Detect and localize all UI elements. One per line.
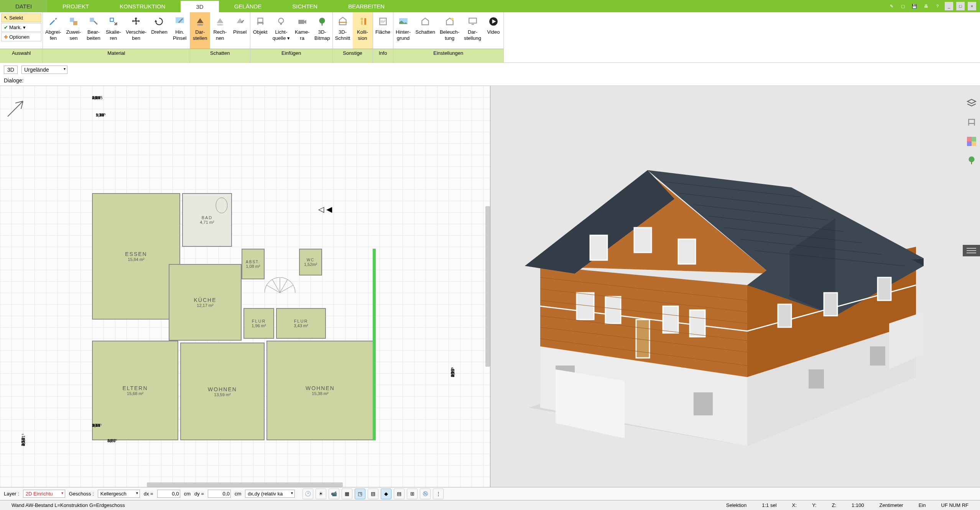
room-essen[interactable]: ESSEN15,84 m² <box>92 193 180 320</box>
dy-label: dy = <box>194 491 204 497</box>
dy-input[interactable] <box>208 490 231 498</box>
status-scale: 1:100 <box>844 502 872 508</box>
coord-mode-dropdown[interactable]: dx,dy (relativ ka <box>245 490 295 498</box>
scrollbar-horizontal[interactable] <box>147 482 343 487</box>
abgreifen-button[interactable]: Abgrei-fen <box>43 12 64 49</box>
clock-icon[interactable]: 🕐 <box>303 489 313 499</box>
svg-rect-61 <box>824 293 837 316</box>
hintergrund-button[interactable]: Hinter-grund <box>393 12 413 49</box>
grid-icon[interactable]: ⊞ <box>407 489 418 499</box>
scrollbar-vertical[interactable] <box>485 206 490 367</box>
optionen-button[interactable]: ✚Optionen <box>1 33 41 41</box>
darstellen-button[interactable]: Dar-stellen <box>190 12 210 49</box>
calculate-icon <box>214 15 226 28</box>
room-wohnen1[interactable]: WOHNEN13,59 m² <box>180 343 265 440</box>
menu-sichten[interactable]: SICHTEN <box>277 0 333 12</box>
menu-gelaende[interactable]: GELÄNDE <box>219 0 277 12</box>
wireframe-icon[interactable]: ◳ <box>355 489 365 499</box>
video-button[interactable]: Video <box>483 12 503 49</box>
kollision-button[interactable]: Kolli-sion <box>353 12 373 49</box>
objekt-button[interactable]: Objekt <box>250 12 270 49</box>
flaeche-button[interactable]: m²Fläche <box>373 12 393 49</box>
context-bar: 3D Urgelände Dialoge: <box>0 63 980 86</box>
eyedropper-icon <box>47 15 59 28</box>
drehen-button[interactable]: Drehen <box>149 12 170 49</box>
darstellung-button[interactable]: Dar-stellung <box>462 12 483 49</box>
tree-tool-icon[interactable] <box>966 155 977 166</box>
furniture-tool-icon[interactable] <box>966 116 977 128</box>
menu-datei[interactable]: DATEI <box>0 0 47 12</box>
stairs-icon <box>265 277 299 308</box>
group-einstellungen: Einstellungen <box>393 49 503 62</box>
room-kueche[interactable]: KÜCHE12,17 m² <box>169 264 242 341</box>
hidden-line-icon[interactable]: ▨ <box>368 489 378 499</box>
north-icon[interactable]: Ⓝ <box>420 489 431 499</box>
group-schatten: Schatten <box>190 49 250 62</box>
edit-material-icon <box>87 15 100 28</box>
svg-rect-1 <box>73 21 77 25</box>
room-wc[interactable]: WC1,52m² <box>299 249 322 275</box>
menu-3d[interactable]: 3D <box>181 0 219 12</box>
svg-rect-75 <box>972 137 976 141</box>
kamera-button[interactable]: Kame-ra <box>292 12 312 49</box>
verschieben-button[interactable]: Verschie-ben <box>123 12 149 49</box>
layers-icon[interactable]: ▦ <box>342 489 352 499</box>
zuweisen-button[interactable]: Zuwei-sen <box>64 12 84 49</box>
bottom-bar: Layer : 2D Einrichtu Geschoss : Kellerge… <box>0 487 980 500</box>
shaded-icon[interactable]: ◆ <box>381 489 391 499</box>
geschoss-dropdown[interactable]: Kellergesch <box>98 490 140 498</box>
view-2d[interactable]: 363,442,521,71⁵6,69142,1911,952,08 1,511… <box>0 86 490 487</box>
minimize-icon[interactable]: _ <box>945 2 953 10</box>
layer-dropdown[interactable]: 2D Einrichtu <box>23 490 65 498</box>
textured-icon[interactable]: ▤ <box>394 489 404 499</box>
panel-handle[interactable] <box>963 245 980 256</box>
lightbulb-icon <box>275 15 287 28</box>
menu-bar: DATEI PROJEKT KONSTRUKTION 3D GELÄNDE SI… <box>0 0 980 12</box>
unit-cm-2: cm <box>235 491 241 497</box>
schatten-settings-button[interactable]: Schatten <box>413 12 437 49</box>
room-bad[interactable]: BAD4,71 m² <box>182 193 232 247</box>
room-flur2[interactable]: FLUR3,43 m² <box>276 308 326 339</box>
mark-button[interactable]: ✔Mark.▾ <box>1 23 41 32</box>
terrain-dropdown[interactable]: Urgelände <box>21 66 67 74</box>
room-abst[interactable]: ABST.1,08 m² <box>242 249 265 279</box>
menu-projekt[interactable]: PROJEKT <box>47 0 104 12</box>
room-wohnen2[interactable]: WOHNEN15,38 m² <box>266 341 374 440</box>
hin-pinsel-button[interactable]: Hin.Pinsel <box>170 12 190 49</box>
3d-bitmap-button[interactable]: 3D-Bitmap <box>312 12 332 49</box>
maximize-icon[interactable]: □ <box>956 2 965 10</box>
close-icon[interactable]: × <box>968 2 976 10</box>
bearbeiten-button[interactable]: Bear-beiten <box>84 12 104 49</box>
rechnen-button[interactable]: Rech-nen <box>210 12 230 49</box>
skalieren-button[interactable]: Skalie-ren <box>104 12 123 49</box>
selected-wall[interactable] <box>373 249 376 440</box>
more-icon[interactable]: ⋮ <box>433 489 444 499</box>
help-icon[interactable]: ? <box>933 2 942 10</box>
video-cam-icon[interactable]: 📹 <box>329 489 339 499</box>
bottom-icon-group: 🕐 ☀ 📹 ▦ ◳ ▨ ◆ ▤ ⊞ Ⓝ ⋮ <box>303 489 444 499</box>
3d-schnitt-button[interactable]: 3D-Schnitt <box>333 12 353 49</box>
save-icon[interactable]: 💾 <box>910 2 919 10</box>
room-flur1[interactable]: FLUR1,96 m² <box>243 308 274 339</box>
sun-icon[interactable]: ☀ <box>316 489 326 499</box>
pinsel-button[interactable]: Pinsel <box>230 12 250 49</box>
print-icon[interactable]: 🖶 <box>922 2 930 10</box>
lichtquelle-button[interactable]: Licht-quelle ▾ <box>270 12 292 49</box>
floorplan[interactable]: ESSEN15,84 m² BAD4,71 m² KÜCHE12,17 m² A… <box>92 193 376 442</box>
layers-tool-icon[interactable] <box>966 97 977 109</box>
status-bar: Wand AW-Bestand L=Konstruktion G=Erdgesc… <box>0 500 980 510</box>
dx-input[interactable] <box>157 490 180 498</box>
view-3d[interactable] <box>490 86 980 487</box>
pencil-icon[interactable]: ✎ <box>887 2 896 10</box>
room-eltern[interactable]: ELTERN15,68 m² <box>92 341 178 440</box>
menu-bearbeiten[interactable]: BEARBEITEN <box>333 0 400 12</box>
beleuchtung-button[interactable]: Beleuch-tung <box>437 12 462 49</box>
chair-icon <box>254 15 266 28</box>
colors-tool-icon[interactable] <box>966 136 977 147</box>
background-brush-icon <box>174 15 186 28</box>
status-x: X: <box>784 502 804 508</box>
svg-point-8 <box>279 18 284 23</box>
window-icon[interactable]: ▢ <box>899 2 907 10</box>
menu-konstruktion[interactable]: KONSTRUKTION <box>104 0 181 12</box>
selekt-button[interactable]: ↖Selekt <box>1 13 41 22</box>
